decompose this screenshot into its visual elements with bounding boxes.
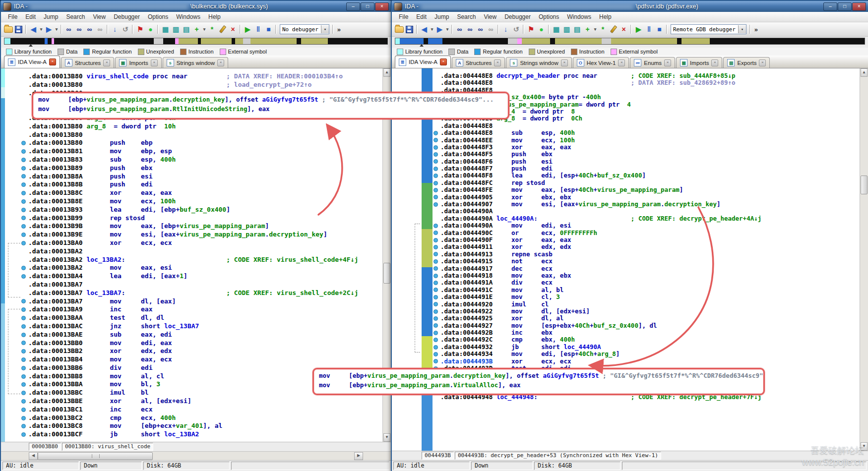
- listing-row[interactable]: .data:004448E8 sub esp, 400h: [440, 129, 860, 136]
- listing-row[interactable]: .data:00013B8B push edi: [28, 180, 382, 189]
- scroll-down-icon[interactable]: ▼: [383, 433, 390, 442]
- listing-row[interactable]: .data:0044490C or ecx, 0FFFFFFFFh: [440, 230, 860, 236]
- tab-structures[interactable]: AStructures×: [452, 57, 505, 68]
- listing-row[interactable]: .data:0044493B xor ecx, ecx: [440, 358, 860, 365]
- scroll-up-icon[interactable]: ▲: [861, 68, 868, 77]
- back-icon[interactable]: ◀: [29, 25, 38, 34]
- tab-close-icon[interactable]: ×: [103, 59, 110, 66]
- search-binoculars-icon[interactable]: ∞: [64, 25, 73, 34]
- listing-row[interactable]: .data:00013BB0 mov edi, eax: [28, 339, 382, 348]
- close-button[interactable]: ×: [375, 2, 389, 11]
- delete-red-x-icon[interactable]: ×: [619, 25, 628, 34]
- tab-ida-view-a[interactable]: ≣IDA View-A×: [395, 56, 451, 68]
- menu-item-help[interactable]: Help: [595, 12, 616, 21]
- listing-row[interactable]: .data:004448F5 push ebx: [440, 151, 860, 158]
- tab-hex-view-1[interactable]: OHex View-1×: [573, 57, 629, 68]
- colors-flag-icon[interactable]: ⚑: [526, 25, 536, 34]
- listing-row[interactable]: .data:0044491A div ecx: [440, 279, 860, 286]
- listing-row[interactable]: .data:00013B9E mov esi, [eax+virus_pe_ma…: [28, 231, 382, 239]
- open-file-icon[interactable]: [394, 25, 404, 34]
- listing-row[interactable]: .data:00013B80 virus_shell_code proc nea…: [28, 72, 382, 81]
- caret-icon[interactable]: ▾: [55, 25, 59, 34]
- open-segments-icon[interactable]: ▤: [572, 25, 582, 34]
- search-text-binoculars-icon[interactable]: ∞: [465, 25, 475, 34]
- tab-close-icon[interactable]: ×: [711, 59, 718, 66]
- listing-row[interactable]: .data:004448F8 lea edi, [esp+40Ch+buf_sz…: [440, 172, 860, 179]
- listing-row[interactable]: .data:00013B80 push ebp: [28, 139, 382, 147]
- navigation-band[interactable]: [4, 38, 388, 45]
- vertical-navband-scrollbar[interactable]: [1, 68, 5, 442]
- listing-row[interactable]: .data:00013BB2 xor edx, edx: [28, 347, 382, 355]
- listing-row[interactable]: .data:00444920 imul cl: [440, 301, 860, 308]
- undo-icon[interactable]: ↺: [121, 25, 130, 34]
- caret-icon[interactable]: ▾: [445, 25, 449, 34]
- breakpoint-star-icon[interactable]: *: [598, 25, 608, 34]
- menu-item-windows[interactable]: Windows: [172, 12, 204, 21]
- add-item-plus-icon[interactable]: +: [192, 25, 201, 34]
- listing-row[interactable]: .data:00444927 mov [esp+ebx+40Ch+buf_sz_…: [440, 322, 860, 329]
- menu-item-help[interactable]: Help: [204, 12, 225, 21]
- listing-row[interactable]: .data:00013BA7: [28, 281, 382, 289]
- listing-row[interactable]: .data:00444913 repne scasb: [440, 251, 860, 258]
- tab-close-icon[interactable]: ×: [49, 59, 56, 65]
- scroll-thumb[interactable]: [861, 176, 868, 194]
- listing-row[interactable]: .data:00013BA2 mov eax, esi: [28, 264, 382, 272]
- listing-row[interactable]: .data:004448F3 xor eax, eax: [440, 144, 860, 151]
- listing-row[interactable]: .data:00444907 mov esi, [eax+virus_pe_ma…: [440, 201, 860, 208]
- open-enums-icon[interactable]: ▥: [171, 25, 181, 34]
- listing-row[interactable]: .data:0044491C mov al, bl: [440, 287, 860, 294]
- listing-row[interactable]: .data:0044490A mov edi, esi: [440, 222, 860, 229]
- minimize-button[interactable]: –: [823, 2, 837, 11]
- tab-close-icon[interactable]: ×: [561, 59, 568, 66]
- caret-icon[interactable]: ▾: [430, 25, 434, 34]
- menu-item-file[interactable]: File: [395, 12, 412, 21]
- menu-item-debugger[interactable]: Debugger: [500, 12, 535, 21]
- listing-row[interactable]: .data:00013B93 lea edi, [ebp+buf_sz_0x40…: [28, 206, 382, 214]
- listing-row[interactable]: .data:0044490A loc_44490A: ; CODE XREF: …: [440, 215, 860, 222]
- tab-strings-window[interactable]: sStrings window×: [506, 57, 571, 68]
- scroll-left-icon[interactable]: ◀: [29, 452, 38, 460]
- debug-stop-icon[interactable]: ■: [264, 25, 273, 34]
- listing-row[interactable]: .data:00013BCF jb short loc_13BA2: [28, 430, 382, 439]
- titlebar[interactable]: IDA - \pdfsvr.idb (pdfsvr.exe) – □ ×: [392, 1, 868, 12]
- listing-row[interactable]: .data:00013BA2 loc_13BA2: ; CODE XREF: v…: [28, 256, 382, 264]
- forward-icon[interactable]: ▶: [435, 25, 444, 34]
- tab-close-icon[interactable]: ×: [217, 59, 224, 66]
- listing-row[interactable]: .data:0044490F xor eax, eax: [440, 236, 860, 243]
- menu-item-options[interactable]: Options: [144, 12, 172, 21]
- listing-row[interactable]: .data:0044491E mov cl, 3: [440, 294, 860, 300]
- menu-item-file[interactable]: File: [4, 12, 21, 21]
- listing-row[interactable]: .data:00013BA7 loc_13BA7: ; CODE XREF: v…: [28, 289, 382, 297]
- listing-row[interactable]: .data:00013B80 arg_8 = dword ptr 10h: [28, 122, 382, 131]
- tab-structures[interactable]: AStructures×: [61, 57, 114, 68]
- menu-item-view[interactable]: View: [480, 12, 500, 21]
- menu-item-search[interactable]: Search: [62, 12, 89, 21]
- listing-row[interactable]: .data:004448E8 decrypt_pe_header proc ne…: [440, 72, 860, 79]
- listing-row[interactable]: .data:0044492C cmp ebx, 400h: [440, 336, 860, 343]
- listing-row[interactable]: .data:00444917 dec ecx: [440, 265, 860, 272]
- hscroll-thumb[interactable]: [38, 452, 153, 460]
- menu-item-edit[interactable]: Edit: [21, 12, 40, 21]
- tab-close-icon[interactable]: ×: [664, 59, 671, 66]
- listing-row[interactable]: .data:00013B8C xor eax, eax: [28, 189, 382, 197]
- listing-row[interactable]: .data:00013BAC jnz short loc_13BA7: [28, 322, 382, 331]
- minimize-button[interactable]: –: [346, 2, 360, 11]
- jump-down-icon[interactable]: ↓: [501, 25, 510, 34]
- open-file-icon[interactable]: [3, 25, 13, 34]
- listing-row[interactable]: .data:004448E8: [440, 122, 860, 129]
- search-value-binoculars-icon[interactable]: ∞: [476, 25, 485, 34]
- open-segments-icon[interactable]: ▤: [182, 25, 191, 34]
- edit-pencil-icon[interactable]: [609, 25, 618, 34]
- debugger-select-dropdown-icon[interactable]: ▾: [321, 25, 329, 33]
- tab-strings-window[interactable]: sStrings window×: [163, 57, 228, 68]
- search-gray-binoculars-icon[interactable]: ∞: [95, 25, 105, 34]
- tab-enums[interactable]: ≔Enums×: [630, 57, 675, 68]
- maximize-button[interactable]: □: [838, 2, 852, 11]
- listing-row[interactable]: .data:00013BA7 mov dl, [eax]: [28, 297, 382, 306]
- menu-item-jump[interactable]: Jump: [431, 12, 453, 21]
- menu-item-jump[interactable]: Jump: [40, 12, 62, 21]
- listing-row[interactable]: .data:00013B99 rep stosd: [28, 214, 382, 223]
- toolbar-overflow-icon[interactable]: »: [752, 26, 760, 33]
- titlebar[interactable]: IDA - \bulkencx.idb (bulkencx.sys) – □ ×: [1, 1, 391, 12]
- listing-row[interactable]: .data:00013B89 push ebx: [28, 164, 382, 173]
